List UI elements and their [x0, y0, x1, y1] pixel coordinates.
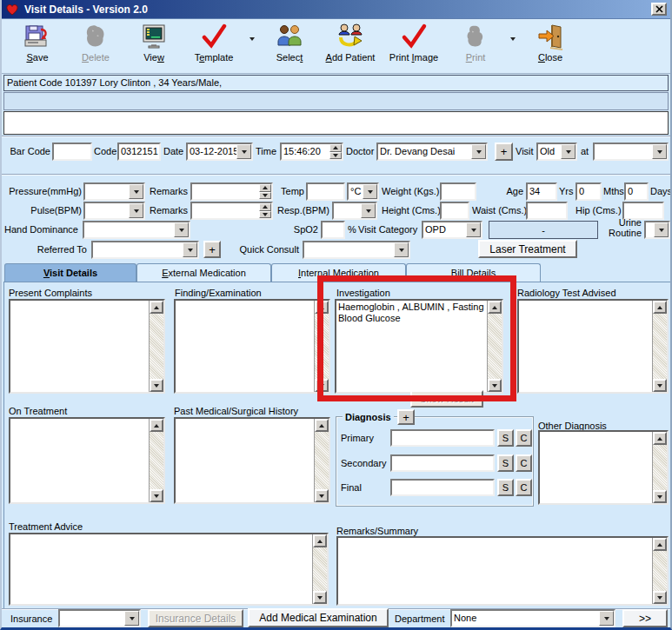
- tab-external-medication[interactable]: External Medication: [136, 263, 271, 282]
- age-months-input[interactable]: 0: [576, 182, 602, 201]
- scrollbar[interactable]: [149, 419, 163, 502]
- template-dropdown-arrow[interactable]: [247, 22, 257, 56]
- scrollbar[interactable]: [314, 301, 329, 392]
- tab-visit-details[interactable]: Visit Details: [4, 263, 136, 282]
- remarks-summary-textarea[interactable]: [338, 538, 652, 604]
- secondary-diagnosis-input[interactable]: [390, 454, 495, 472]
- print-image-label: Print Image: [389, 52, 438, 63]
- referred-to-dropdown[interactable]: [91, 241, 199, 259]
- temp-unit-dropdown[interactable]: °C: [347, 182, 379, 201]
- scroll-up-icon: [653, 301, 667, 314]
- tab-internal-medication[interactable]: Internal Medication: [271, 263, 406, 282]
- primary-diagnosis-input[interactable]: [390, 429, 495, 447]
- time-spinner[interactable]: 15:46:20: [280, 143, 343, 161]
- pressure-dropdown[interactable]: [83, 182, 145, 201]
- department-label: Department: [395, 610, 444, 627]
- treatment-advice-textarea[interactable]: [10, 534, 312, 604]
- code-input[interactable]: 0312151: [117, 143, 161, 161]
- finding-examination-textarea[interactable]: [176, 301, 314, 392]
- scrollbar[interactable]: [652, 538, 667, 604]
- print-image-button[interactable]: Print Image: [384, 22, 443, 70]
- resp-dropdown[interactable]: [332, 202, 377, 220]
- pulse-remarks-input[interactable]: [190, 202, 273, 220]
- on-treatment-textarea[interactable]: [10, 419, 149, 502]
- chevron-down-icon: [236, 144, 251, 159]
- scrollbar[interactable]: [312, 534, 327, 604]
- view-button[interactable]: View: [127, 22, 181, 70]
- secondary-s-button[interactable]: S: [497, 454, 514, 472]
- past-history-textarea[interactable]: [176, 419, 314, 502]
- remarks1-spin-buttons[interactable]: [259, 184, 271, 199]
- hand-dominance-dropdown[interactable]: [83, 221, 190, 239]
- urine-routine-dropdown[interactable]: [644, 221, 670, 239]
- scrollbar[interactable]: [487, 301, 502, 392]
- scrollbar[interactable]: [652, 432, 667, 503]
- weight-input[interactable]: [440, 182, 476, 201]
- scroll-down-icon: [150, 379, 163, 392]
- tab-bill-details[interactable]: Bill Details: [406, 263, 541, 282]
- scroll-down-icon: [653, 591, 667, 604]
- add-referred-button[interactable]: +: [203, 241, 221, 258]
- final-c-button[interactable]: C: [516, 479, 532, 496]
- scroll-down-icon: [150, 489, 163, 502]
- department-dropdown[interactable]: None: [450, 609, 615, 627]
- primary-s-button[interactable]: S: [497, 429, 514, 447]
- bar-code-input[interactable]: [52, 143, 92, 161]
- title-bar: Visit Details - Version 2.0: [2, 0, 670, 19]
- height-input[interactable]: [440, 202, 469, 220]
- age-days-input[interactable]: 0: [624, 182, 649, 201]
- scroll-down-icon: [315, 379, 329, 392]
- doctor-dropdown[interactable]: Dr. Devang Desai: [376, 143, 488, 161]
- spo2-input[interactable]: [321, 221, 345, 239]
- notes-strip[interactable]: [3, 111, 669, 135]
- scrollbar[interactable]: [652, 301, 667, 392]
- laser-treatment-button[interactable]: Laser Treatment: [478, 240, 577, 258]
- delete-label: Delete: [82, 52, 110, 63]
- select-people-icon: [275, 22, 304, 51]
- temp-input[interactable]: [306, 182, 345, 201]
- select-button[interactable]: Select: [263, 22, 316, 70]
- add-diagnosis-button[interactable]: +: [397, 409, 415, 425]
- scroll-down-icon: [653, 379, 667, 392]
- at-dropdown[interactable]: [593, 143, 669, 161]
- final-diagnosis-label: Final: [341, 479, 362, 496]
- delete-button[interactable]: Delete: [70, 22, 122, 70]
- print-dropdown-arrow[interactable]: [508, 22, 518, 56]
- add-medical-examination-button[interactable]: Add Medical Examination: [248, 608, 389, 627]
- radiology-textarea[interactable]: [519, 301, 652, 392]
- show-result-button[interactable]: Show Result: [410, 390, 483, 408]
- pressure-remarks-input[interactable]: [190, 182, 273, 201]
- template-button[interactable]: Template: [186, 22, 242, 70]
- pulse-dropdown[interactable]: [83, 202, 145, 220]
- add-patient-button[interactable]: Add Patient: [322, 22, 379, 70]
- window-close-button[interactable]: [651, 3, 667, 16]
- primary-c-button[interactable]: C: [516, 429, 532, 447]
- print-button[interactable]: Print: [449, 22, 502, 70]
- visit-category-dropdown[interactable]: OPD: [422, 221, 482, 239]
- waist-input[interactable]: [526, 202, 568, 220]
- age-years-input[interactable]: 34: [526, 182, 557, 201]
- insurance-details-button[interactable]: Insurance Details: [148, 609, 243, 627]
- divider: [2, 136, 670, 137]
- scrollbar[interactable]: [149, 301, 163, 392]
- final-s-button[interactable]: S: [497, 479, 514, 496]
- other-diagnosis-box: [538, 430, 669, 505]
- date-dropdown[interactable]: 03-12-2015: [186, 143, 253, 161]
- more-button[interactable]: >>: [622, 609, 668, 627]
- investigation-textarea[interactable]: Haemoglobin , ALBUMIN , Fasting Blood Gl…: [336, 301, 487, 392]
- visit-type-dropdown[interactable]: Old: [536, 143, 577, 161]
- time-spin-buttons[interactable]: [329, 144, 342, 159]
- finding-examination-box: [174, 299, 330, 394]
- present-complaints-textarea[interactable]: [10, 301, 149, 392]
- insurance-dropdown[interactable]: [58, 609, 141, 627]
- remarks2-spin-buttons[interactable]: [259, 203, 271, 218]
- final-diagnosis-input[interactable]: [390, 479, 495, 496]
- quick-consult-dropdown[interactable]: [303, 241, 410, 259]
- secondary-c-button[interactable]: C: [516, 454, 532, 472]
- close-button[interactable]: Close: [523, 22, 577, 70]
- other-diagnosis-textarea[interactable]: [540, 432, 652, 503]
- save-button[interactable]: Save: [10, 22, 64, 70]
- scrollbar[interactable]: [314, 419, 329, 502]
- scroll-up-icon: [315, 301, 329, 314]
- add-doctor-button[interactable]: +: [495, 143, 513, 161]
